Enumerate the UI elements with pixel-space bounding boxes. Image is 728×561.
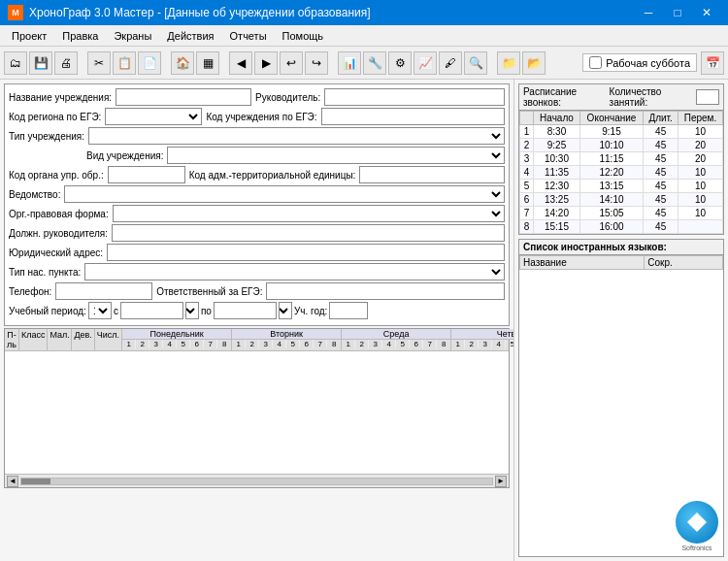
menu-project[interactable]: Проект xyxy=(4,28,54,44)
bell-table-row: 310:3011:154520 xyxy=(520,152,723,166)
menu-actions[interactable]: Действия xyxy=(159,28,221,44)
toolbar-btn-nav3[interactable]: ↩ xyxy=(280,51,303,75)
toolbar-btn-chart[interactable]: 📊 xyxy=(338,51,361,75)
toolbar-btn-9[interactable]: 🔍 xyxy=(464,51,487,75)
region-code-select[interactable] xyxy=(105,108,202,125)
toolbar-btn-2[interactable]: 💾 xyxy=(29,51,52,75)
bell-table-row: 613:2514:104510 xyxy=(520,193,723,207)
head-position-label: Должн. руководителя: xyxy=(9,228,108,239)
ege-resp-label: Ответственный за ЕГЭ: xyxy=(156,286,262,297)
toolbar-btn-11[interactable]: 📂 xyxy=(522,51,546,75)
toolbar-btn-7[interactable]: 📈 xyxy=(414,51,437,75)
edu-authority-label: Код органа упр. обр.: xyxy=(9,170,104,181)
toolbar-btn-10[interactable]: 📁 xyxy=(497,51,520,75)
admin-unit-label: Код адм.-территориальной единицы: xyxy=(189,170,356,181)
org-type-select[interactable] xyxy=(88,127,505,145)
legal-form-label: Орг.-правовая форма: xyxy=(9,209,109,219)
toolbar-btn-nav4[interactable]: ↪ xyxy=(305,51,328,75)
locality-type-select[interactable] xyxy=(84,263,505,280)
horizontal-scrollbar[interactable]: ◄ ► xyxy=(5,474,509,487)
scroll-left-btn[interactable]: ◄ xyxy=(7,476,18,487)
saturday-label: Рабочая суббота xyxy=(606,57,690,69)
legal-address-input[interactable] xyxy=(107,244,505,261)
dept-select[interactable] xyxy=(64,185,505,203)
toolbar-btn-nav2[interactable]: ▶ xyxy=(254,51,278,75)
edu-authority-input[interactable] xyxy=(108,166,185,183)
to-date-input[interactable]: 31.05.2003 xyxy=(214,302,277,319)
toolbar: 🗂 💾 🖨 ✂ 📋 📄 🏠 ▦ ◀ ▶ ↩ ↪ 📊 🔧 ⚙ 📈 🖋 🔍 📁 📂 … xyxy=(0,47,728,80)
study-period-label: Учебный период: xyxy=(9,306,86,316)
maximize-button[interactable]: □ xyxy=(664,2,691,23)
watermark-text: Softronics xyxy=(681,544,711,551)
year-input[interactable] xyxy=(329,302,368,319)
bell-count-input[interactable]: 8 xyxy=(696,89,719,105)
app-icon: М xyxy=(8,5,23,20)
ege-resp-input[interactable] xyxy=(266,282,505,300)
toolbar-btn-3[interactable]: 🖨 xyxy=(54,51,78,75)
main-area: Название учреждения: Руководитель: Код р… xyxy=(0,80,728,561)
bt-col-break: Перем. xyxy=(678,112,722,125)
toolbar-btn-cut[interactable]: ✂ xyxy=(87,51,111,75)
head-input[interactable] xyxy=(324,88,505,106)
bell-table-row: 512:3013:154510 xyxy=(520,180,723,193)
watermark-diamond xyxy=(687,512,707,532)
watermark-circle xyxy=(676,501,718,544)
head-label: Руководитель: xyxy=(255,92,320,103)
toolbar-btn-8[interactable]: 🖋 xyxy=(439,51,462,75)
scroll-right-btn[interactable]: ► xyxy=(495,476,507,487)
toolbar-extra-btn[interactable]: 📅 xyxy=(701,51,724,75)
day-group-wednesday: Среда 1 2 3 4 5 6 7 8 xyxy=(342,329,451,350)
locality-type-label: Тип нас. пункта: xyxy=(9,267,81,278)
admin-unit-input[interactable] xyxy=(359,166,505,183)
bell-schedule-section: Расписание звонков: Количество занятий: … xyxy=(518,83,724,235)
institution-form: Название учреждения: Руководитель: Код р… xyxy=(4,83,510,326)
scroll-track[interactable] xyxy=(20,478,493,485)
year-label: Уч. год: xyxy=(294,306,328,316)
lt-col-name: Название xyxy=(520,256,645,270)
org-name-input[interactable] xyxy=(116,88,251,106)
bt-col-end: Окончание xyxy=(579,112,644,125)
col-header-girls: Дев. xyxy=(72,329,94,350)
toolbar-btn-nav1[interactable]: ◀ xyxy=(229,51,252,75)
from-date-picker[interactable] xyxy=(185,302,199,319)
toolbar-btn-grid[interactable]: ▦ xyxy=(196,51,219,75)
from-date-input[interactable]: 01.01.2003 xyxy=(120,302,183,319)
toolbar-btn-home[interactable]: 🏠 xyxy=(171,51,194,75)
day-group-tuesday: Вторник 1 2 3 4 5 6 7 8 xyxy=(232,329,342,350)
toolbar-btn-6[interactable]: ⚙ xyxy=(388,51,412,75)
toolbar-btn-paste[interactable]: 📄 xyxy=(138,51,161,75)
org-ege-input[interactable] xyxy=(321,108,505,125)
right-panel: Расписание звонков: Количество занятий: … xyxy=(514,80,728,561)
watermark: Softronics xyxy=(676,501,718,551)
org-kind-select[interactable] xyxy=(167,147,505,164)
menu-help[interactable]: Помощь xyxy=(275,28,332,44)
lt-col-abbr: Сокр. xyxy=(645,256,723,270)
legal-form-select[interactable] xyxy=(113,205,505,222)
close-button[interactable]: ✕ xyxy=(693,2,720,23)
bell-table-row: 18:309:154510 xyxy=(520,125,723,139)
menu-bar: Проект Правка Экраны Действия Отчеты Пом… xyxy=(0,25,728,47)
title-bar: М ХроноГраф 3.0 Мастер - [Данные об учре… xyxy=(0,0,728,25)
bell-table-row: 411:3512:204510 xyxy=(520,166,723,180)
to-date-picker[interactable] xyxy=(279,302,292,319)
bell-table-row: 714:2015:054510 xyxy=(520,207,723,220)
bell-table: Начало Окончание Длит. Перем. 18:309:154… xyxy=(519,111,723,234)
head-position-input[interactable] xyxy=(112,224,505,242)
menu-screens[interactable]: Экраны xyxy=(106,28,159,44)
region-code-label: Код региона по ЕГЭ: xyxy=(9,112,101,122)
menu-edit[interactable]: Правка xyxy=(54,28,106,44)
period-select[interactable]: 1 xyxy=(88,302,112,319)
table-body xyxy=(5,351,509,474)
toolbar-btn-copy[interactable]: 📋 xyxy=(113,51,136,75)
minimize-button[interactable]: ─ xyxy=(635,2,662,23)
day-group-thursday: Четверг 1 2 3 4 5 6 7 8 1 xyxy=(451,329,514,350)
phone-input[interactable] xyxy=(55,282,152,300)
saturday-checkbox[interactable] xyxy=(589,56,602,69)
toolbar-btn-1[interactable]: 🗂 xyxy=(4,51,27,75)
col-header-total: Числ. xyxy=(95,329,122,350)
bell-count-label: Количество занятий: xyxy=(610,86,692,108)
toolbar-btn-5[interactable]: 🔧 xyxy=(363,51,386,75)
phone-label: Телефон: xyxy=(9,286,51,297)
languages-table: Название Сокр. xyxy=(519,255,723,270)
menu-reports[interactable]: Отчеты xyxy=(222,28,275,44)
